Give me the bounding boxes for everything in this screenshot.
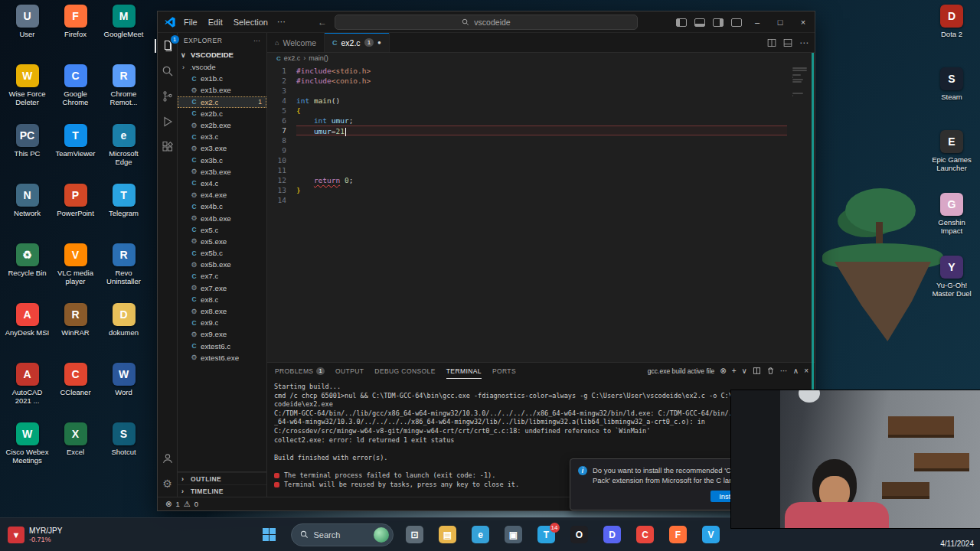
activitybar-search[interactable] <box>161 64 175 78</box>
desktop-icon-revo-uninstaller[interactable]: RRevo Uninstaller <box>100 243 148 303</box>
desktop-icon-word[interactable]: WWord <box>100 363 148 422</box>
code-line-11[interactable]: 11 <box>267 165 815 175</box>
file-ex4-exe[interactable]: ⚙ex4.exe <box>178 189 266 201</box>
desktop-icon-genshin-impact[interactable]: GGenshin Impact <box>926 193 977 256</box>
desktop-icon-telegram[interactable]: TTelegram <box>100 184 148 243</box>
activitybar-settings[interactable]: ⚙ <box>161 477 175 491</box>
code-line-1[interactable]: 1#include<stdio.h> <box>267 66 815 76</box>
file-extest6-exe[interactable]: ⚙extest6.exe <box>178 352 266 364</box>
code-line-8[interactable]: 8 <box>267 135 815 145</box>
file-ex2b-c[interactable]: Cex2b.c <box>178 108 266 119</box>
code-line-9[interactable]: 9 <box>267 145 815 155</box>
file-ex1b-exe[interactable]: ⚙ex1b.exe <box>178 84 266 96</box>
taskbar-firefox[interactable]: F <box>667 523 690 546</box>
trash-icon[interactable] <box>766 367 775 375</box>
taskbar-photos[interactable]: ▣ <box>502 523 525 546</box>
menu-selection[interactable]: Selection <box>234 18 268 27</box>
desktop-icon-this-pc[interactable]: PCThis PC <box>3 124 51 184</box>
desktop-icon-microsoft-edge[interactable]: eMicrosoft Edge <box>100 124 148 184</box>
code-line-3[interactable]: 3 <box>267 86 815 96</box>
code-line-4[interactable]: 4int main() <box>267 96 815 106</box>
file-ex5b-c[interactable]: Cex5b.c <box>178 247 266 259</box>
modified-dot-icon[interactable]: ● <box>377 39 381 46</box>
nav-back-icon[interactable]: ← <box>318 17 327 28</box>
file-ex5-c[interactable]: Cex5.c <box>178 224 266 236</box>
taskbar-obs[interactable]: O <box>568 523 591 546</box>
file-ex7-exe[interactable]: ⚙ex7.exe <box>178 282 266 294</box>
kill-task-icon[interactable]: ⊗ <box>720 367 726 375</box>
desktop-icon-autocad-2021[interactable]: AAutoCAD 2021 ... <box>3 363 51 422</box>
desktop-icon-steam[interactable]: SSteam <box>926 67 977 130</box>
tab-welcome[interactable]: ⌂Welcome <box>267 33 325 52</box>
file-vscode[interactable]: ›.vscode <box>178 61 266 73</box>
desktop-icon-googlemeet[interactable]: MGoogleMeet <box>100 5 148 64</box>
active-task-label[interactable]: gcc.exe build active file <box>648 367 714 375</box>
widgets-button[interactable]: ▼ MYR/JPY -0.71% <box>8 527 62 543</box>
code-line-7[interactable]: 7 umur=21 <box>267 126 815 135</box>
command-center-search[interactable]: vscodeide <box>335 15 638 30</box>
explorer-root-folder[interactable]: ∨ VSCODEIDE <box>178 48 266 61</box>
file-extest6-c[interactable]: Cextest6.c <box>178 341 266 352</box>
file-ex2b-exe[interactable]: ⚙ex2b.exe <box>178 119 266 131</box>
panel-tab-debug-console[interactable]: DEBUG CONSOLE <box>374 363 435 379</box>
desktop-icon-cisco-webex-meetings[interactable]: WCisco Webex Meetings <box>3 422 51 482</box>
panel-maximize-icon[interactable]: ∧ <box>793 367 799 375</box>
code-line-13[interactable]: 13} <box>267 185 815 195</box>
activitybar-extensions[interactable] <box>161 140 175 154</box>
file-ex3-c[interactable]: Cex3.c <box>178 131 266 142</box>
desktop-icon-excel[interactable]: XExcel <box>51 422 100 482</box>
desktop-icon-winrar[interactable]: RWinRAR <box>51 303 100 363</box>
code-line-6[interactable]: 6 int umur; <box>267 116 815 126</box>
panel-tab-terminal[interactable]: TERMINAL <box>446 363 482 379</box>
activitybar-account[interactable] <box>161 452 175 465</box>
taskbar-file-explorer[interactable]: ▤ <box>436 523 459 546</box>
file-ex9-c[interactable]: Cex9.c <box>178 317 266 328</box>
code-line-2[interactable]: 2#include<conio.h> <box>267 76 815 86</box>
layout-icon[interactable] <box>783 38 792 47</box>
minimize-button[interactable]: – <box>746 11 769 33</box>
start-button[interactable] <box>258 523 281 546</box>
terminal-dropdown-icon[interactable]: ∨ <box>742 367 747 375</box>
file-ex5-exe[interactable]: ⚙ex5.exe <box>178 236 266 247</box>
explorer-more-icon[interactable]: ⋯ <box>253 37 260 44</box>
maximize-button[interactable]: □ <box>769 11 792 33</box>
split-terminal-icon[interactable] <box>753 367 761 375</box>
file-ex1b-c[interactable]: Cex1b.c <box>178 73 266 84</box>
code-line-5[interactable]: 5{ <box>267 106 815 116</box>
panel-close-icon[interactable]: × <box>804 367 808 375</box>
code-line-12[interactable]: 12 return 0; <box>267 175 815 185</box>
breadcrumb-file[interactable]: ex2.c <box>284 54 301 62</box>
desktop-icon-epic-games-launcher[interactable]: EEpic Games Launcher <box>926 130 977 193</box>
desktop-icon-anydesk-msi[interactable]: AAnyDesk MSI <box>3 303 51 363</box>
panel-tab-output[interactable]: OUTPUT <box>335 363 364 379</box>
tab-ex2-c[interactable]: Cex2.c1● <box>325 33 390 52</box>
file-ex5b-exe[interactable]: ⚙ex5b.exe <box>178 259 266 270</box>
desktop-icon-chrome-remot[interactable]: RChrome Remot... <box>100 64 148 124</box>
file-ex7-c[interactable]: Cex7.c <box>178 270 266 282</box>
system-tray[interactable]: 4/11/2024 <box>940 540 974 548</box>
file-ex8-c[interactable]: Cex8.c <box>178 294 266 305</box>
menu-edit[interactable]: Edit <box>208 18 223 27</box>
new-terminal-icon[interactable]: + <box>732 367 737 375</box>
activitybar-source-control[interactable] <box>161 90 175 103</box>
toggle-panel-icon[interactable] <box>694 18 705 27</box>
customize-layout-icon[interactable] <box>731 18 742 27</box>
file-ex2-c[interactable]: Cex2.c1 <box>178 96 266 108</box>
split-editor-icon[interactable] <box>767 38 776 47</box>
code-line-14[interactable]: 14 <box>267 195 815 205</box>
section-timeline[interactable]: ›TIMELINE <box>178 484 266 497</box>
activitybar-explorer[interactable]: 1 <box>161 39 175 53</box>
taskbar-telegram[interactable]: T14 <box>535 523 558 546</box>
file-ex9-exe[interactable]: ⚙ex9.exe <box>178 328 266 340</box>
menu-overflow-icon[interactable]: ⋯ <box>277 17 286 27</box>
activitybar-run-debug[interactable] <box>161 115 175 129</box>
taskbar-task-view[interactable]: ⊡ <box>403 523 426 546</box>
desktop-icon-network[interactable]: NNetwork <box>3 184 51 243</box>
taskbar-vscode[interactable]: V <box>700 523 723 546</box>
problems-status[interactable]: ⊗ 1 ⚠ 0 <box>165 500 198 508</box>
taskbar-search[interactable]: Search <box>291 523 394 546</box>
breadcrumb[interactable]: C ex2.c › main() <box>267 53 815 64</box>
code-line-10[interactable]: 10 <box>267 155 815 165</box>
taskbar-chrome[interactable]: C <box>634 523 657 546</box>
desktop-icon-teamviewer[interactable]: TTeamViewer <box>51 124 100 184</box>
